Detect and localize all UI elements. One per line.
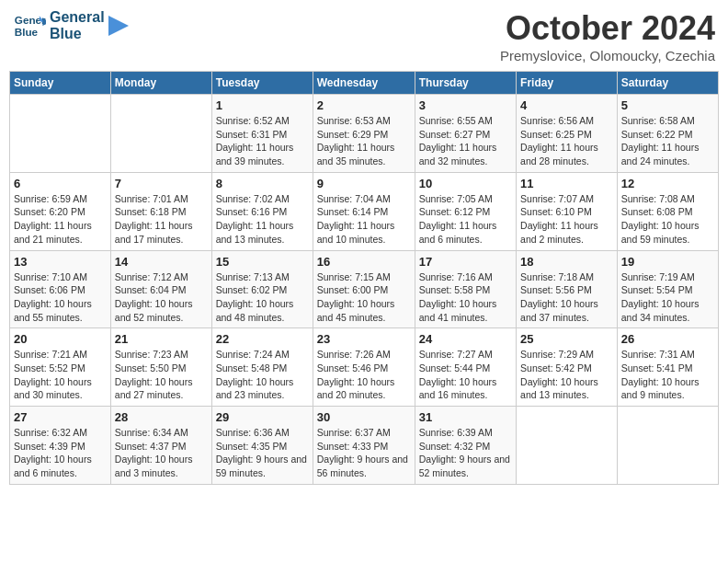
calendar-cell	[110, 95, 211, 173]
day-number: 11	[520, 177, 613, 190]
logo-general: General	[50, 9, 105, 26]
svg-marker-4	[108, 16, 129, 36]
calendar-cell: 8Sunrise: 7:02 AM Sunset: 6:16 PM Daylig…	[211, 172, 313, 250]
day-number: 30	[317, 410, 411, 424]
calendar-cell: 22Sunrise: 7:24 AM Sunset: 5:48 PM Dayli…	[211, 328, 313, 407]
calendar-cell: 10Sunrise: 7:05 AM Sunset: 6:12 PM Dayli…	[415, 172, 516, 250]
day-info: Sunrise: 7:12 AM Sunset: 6:04 PM Dayligh…	[115, 270, 208, 325]
day-info: Sunrise: 7:23 AM Sunset: 5:50 PM Dayligh…	[115, 348, 208, 402]
day-number: 7	[115, 177, 208, 190]
day-number: 24	[419, 332, 512, 346]
logo-icon: General Blue	[13, 9, 46, 42]
day-info: Sunrise: 7:27 AM Sunset: 5:44 PM Dayligh…	[419, 348, 512, 402]
day-info: Sunrise: 7:16 AM Sunset: 5:58 PM Dayligh…	[419, 270, 512, 325]
calendar-cell: 29Sunrise: 6:36 AM Sunset: 4:35 PM Dayli…	[211, 407, 313, 485]
day-number: 3	[419, 98, 512, 112]
day-info: Sunrise: 7:19 AM Sunset: 5:54 PM Dayligh…	[621, 270, 714, 325]
day-number: 21	[115, 332, 208, 346]
calendar-cell: 19Sunrise: 7:19 AM Sunset: 5:54 PM Dayli…	[617, 250, 718, 328]
day-info: Sunrise: 7:05 AM Sunset: 6:12 PM Dayligh…	[419, 192, 512, 247]
day-number: 22	[216, 332, 309, 346]
day-info: Sunrise: 6:36 AM Sunset: 4:35 PM Dayligh…	[216, 426, 309, 480]
day-info: Sunrise: 6:58 AM Sunset: 6:22 PM Dayligh…	[621, 114, 714, 168]
day-number: 4	[520, 98, 613, 112]
header-cell-tuesday: Tuesday	[211, 72, 313, 95]
header-cell-thursday: Thursday	[415, 72, 516, 95]
calendar-cell: 7Sunrise: 7:01 AM Sunset: 6:18 PM Daylig…	[110, 172, 211, 250]
calendar-cell: 16Sunrise: 7:15 AM Sunset: 6:00 PM Dayli…	[313, 250, 415, 328]
day-number: 15	[216, 255, 309, 269]
calendar-cell: 27Sunrise: 6:32 AM Sunset: 4:39 PM Dayli…	[10, 407, 111, 485]
calendar-cell: 4Sunrise: 6:56 AM Sunset: 6:25 PM Daylig…	[517, 95, 618, 173]
page-header: General Blue General Blue October 2024 P…	[9, 9, 719, 63]
day-info: Sunrise: 6:32 AM Sunset: 4:39 PM Dayligh…	[14, 426, 107, 480]
calendar-cell: 17Sunrise: 7:16 AM Sunset: 5:58 PM Dayli…	[415, 250, 516, 328]
calendar-cell: 28Sunrise: 6:34 AM Sunset: 4:37 PM Dayli…	[110, 407, 211, 485]
header-cell-saturday: Saturday	[617, 72, 718, 95]
day-number: 28	[115, 410, 208, 424]
calendar-cell: 24Sunrise: 7:27 AM Sunset: 5:44 PM Dayli…	[415, 328, 516, 407]
week-row-5: 27Sunrise: 6:32 AM Sunset: 4:39 PM Dayli…	[10, 407, 719, 485]
day-info: Sunrise: 6:39 AM Sunset: 4:32 PM Dayligh…	[419, 426, 512, 480]
day-number: 27	[14, 410, 107, 424]
day-number: 17	[419, 255, 512, 269]
week-row-4: 20Sunrise: 7:21 AM Sunset: 5:52 PM Dayli…	[10, 328, 719, 407]
calendar-cell	[10, 95, 111, 173]
logo-blue: Blue	[50, 26, 105, 42]
calendar-cell: 14Sunrise: 7:12 AM Sunset: 6:04 PM Dayli…	[110, 250, 211, 328]
day-number: 23	[317, 332, 411, 346]
day-info: Sunrise: 7:08 AM Sunset: 6:08 PM Dayligh…	[621, 192, 714, 247]
calendar-cell: 9Sunrise: 7:04 AM Sunset: 6:14 PM Daylig…	[313, 172, 415, 250]
day-number: 26	[621, 332, 714, 346]
day-info: Sunrise: 7:29 AM Sunset: 5:42 PM Dayligh…	[520, 348, 613, 402]
day-info: Sunrise: 6:34 AM Sunset: 4:37 PM Dayligh…	[115, 426, 208, 480]
calendar-table: SundayMondayTuesdayWednesdayThursdayFrid…	[9, 71, 719, 485]
day-number: 20	[14, 332, 107, 346]
header-cell-friday: Friday	[517, 72, 618, 95]
calendar-cell: 26Sunrise: 7:31 AM Sunset: 5:41 PM Dayli…	[617, 328, 718, 407]
day-info: Sunrise: 7:01 AM Sunset: 6:18 PM Dayligh…	[115, 192, 208, 247]
header-cell-wednesday: Wednesday	[313, 72, 415, 95]
location-subtitle: Premyslovice, Olomoucky, Czechia	[500, 48, 715, 63]
calendar-header: SundayMondayTuesdayWednesdayThursdayFrid…	[10, 72, 719, 95]
calendar-cell: 11Sunrise: 7:07 AM Sunset: 6:10 PM Dayli…	[517, 172, 618, 250]
day-info: Sunrise: 6:56 AM Sunset: 6:25 PM Dayligh…	[520, 114, 613, 168]
day-info: Sunrise: 6:55 AM Sunset: 6:27 PM Dayligh…	[419, 114, 512, 168]
calendar-cell: 3Sunrise: 6:55 AM Sunset: 6:27 PM Daylig…	[415, 95, 516, 173]
day-number: 16	[317, 255, 411, 269]
svg-text:Blue: Blue	[15, 26, 39, 38]
calendar-cell: 20Sunrise: 7:21 AM Sunset: 5:52 PM Dayli…	[10, 328, 111, 407]
week-row-3: 13Sunrise: 7:10 AM Sunset: 6:06 PM Dayli…	[10, 250, 719, 328]
calendar-cell: 12Sunrise: 7:08 AM Sunset: 6:08 PM Dayli…	[617, 172, 718, 250]
day-info: Sunrise: 7:31 AM Sunset: 5:41 PM Dayligh…	[621, 348, 714, 402]
day-info: Sunrise: 7:18 AM Sunset: 5:56 PM Dayligh…	[520, 270, 613, 325]
week-row-2: 6Sunrise: 6:59 AM Sunset: 6:20 PM Daylig…	[10, 172, 719, 250]
day-info: Sunrise: 6:37 AM Sunset: 4:33 PM Dayligh…	[317, 426, 411, 480]
day-number: 2	[317, 98, 411, 112]
calendar-cell	[617, 407, 718, 485]
calendar-cell: 1Sunrise: 6:52 AM Sunset: 6:31 PM Daylig…	[211, 95, 313, 173]
day-number: 25	[520, 332, 613, 346]
day-info: Sunrise: 7:15 AM Sunset: 6:00 PM Dayligh…	[317, 270, 411, 325]
day-info: Sunrise: 7:04 AM Sunset: 6:14 PM Dayligh…	[317, 192, 411, 247]
day-info: Sunrise: 7:26 AM Sunset: 5:46 PM Dayligh…	[317, 348, 411, 402]
calendar-cell: 5Sunrise: 6:58 AM Sunset: 6:22 PM Daylig…	[617, 95, 718, 173]
logo-arrow-icon	[108, 16, 129, 36]
calendar-cell: 18Sunrise: 7:18 AM Sunset: 5:56 PM Dayli…	[517, 250, 618, 328]
day-number: 31	[419, 410, 512, 424]
day-number: 12	[621, 177, 714, 190]
day-number: 19	[621, 255, 714, 269]
day-number: 8	[216, 177, 309, 190]
logo: General Blue General Blue	[13, 9, 129, 42]
month-title: October 2024	[500, 9, 715, 48]
day-number: 5	[621, 98, 714, 112]
calendar-cell: 15Sunrise: 7:13 AM Sunset: 6:02 PM Dayli…	[211, 250, 313, 328]
calendar-cell: 25Sunrise: 7:29 AM Sunset: 5:42 PM Dayli…	[517, 328, 618, 407]
day-number: 14	[115, 255, 208, 269]
day-number: 18	[520, 255, 613, 269]
day-info: Sunrise: 7:07 AM Sunset: 6:10 PM Dayligh…	[520, 192, 613, 247]
title-block: October 2024 Premyslovice, Olomoucky, Cz…	[500, 9, 715, 63]
day-info: Sunrise: 6:59 AM Sunset: 6:20 PM Dayligh…	[14, 192, 107, 247]
calendar-cell: 2Sunrise: 6:53 AM Sunset: 6:29 PM Daylig…	[313, 95, 415, 173]
day-info: Sunrise: 7:10 AM Sunset: 6:06 PM Dayligh…	[14, 270, 107, 325]
